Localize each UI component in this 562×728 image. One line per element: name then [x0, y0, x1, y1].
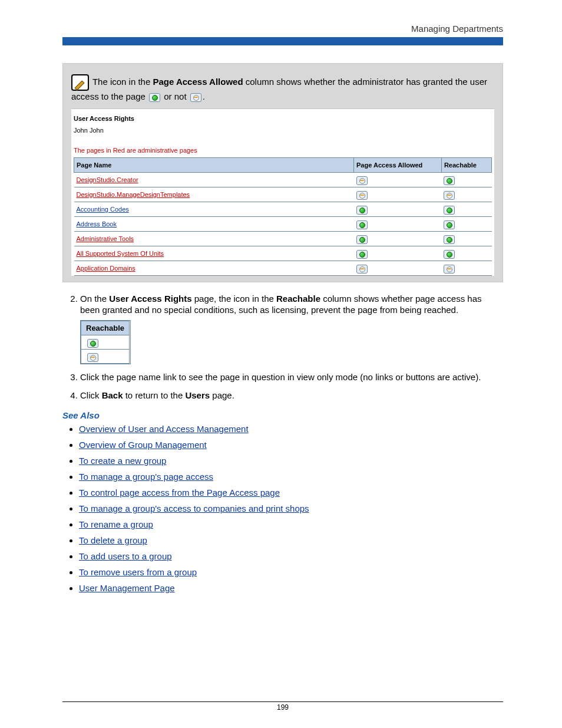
screenshot-user: John John: [74, 124, 492, 136]
s4a: Click: [80, 390, 102, 400]
header-divider: [62, 37, 503, 45]
step-2: On the User Access Rights page, the icon…: [80, 293, 503, 364]
callout-bold-1: Page Access Allowed: [153, 77, 243, 87]
not-allowed-icon: [190, 93, 201, 102]
see-also-link[interactable]: To manage a group's access to companies …: [79, 503, 309, 513]
s2b: User Access Rights: [109, 294, 191, 304]
see-also-item: Overview of User and Access Management: [79, 424, 503, 434]
table-row: DesignStudio.ManageDesignTemplates: [74, 187, 492, 202]
see-also-item: To manage a group's page access: [79, 472, 503, 482]
not-allowed-icon: [356, 191, 368, 200]
reachable-gray-icon: [444, 191, 455, 200]
s2d: Reachable: [276, 294, 320, 304]
screenshot-title: User Access Rights: [74, 113, 492, 124]
page-name-link[interactable]: Administrative Tools: [77, 235, 134, 242]
see-also-link[interactable]: To delete a group: [79, 535, 147, 545]
page-name-link[interactable]: DesignStudio.Creator: [77, 176, 138, 183]
s2c: page, the icon in the: [192, 294, 276, 304]
step-4: Click Back to return to the Users page.: [80, 390, 503, 401]
allowed-icon: [356, 206, 368, 215]
instruction-list: On the User Access Rights page, the icon…: [62, 293, 503, 401]
see-also-link[interactable]: To manage a group's page access: [79, 472, 213, 482]
see-also-item: To remove users from a group: [79, 567, 503, 577]
see-also-item: To control page access from the Page Acc…: [79, 487, 503, 498]
reachable-green-icon: [444, 220, 455, 229]
s4b: Back: [102, 390, 123, 400]
allowed-icon: [356, 250, 368, 259]
reachable-gray-icon: [87, 353, 98, 362]
screenshot-note: The pages in Red are administrative page…: [74, 144, 492, 156]
see-also-list: Overview of User and Access ManagementOv…: [68, 424, 503, 593]
see-also-link[interactable]: User Management Page: [79, 583, 175, 593]
see-also-item: Overview of Group Management: [79, 440, 503, 450]
step-3: Click the page name link to see the page…: [80, 371, 503, 383]
s4e: page.: [210, 390, 234, 400]
col-page-name: Page Name: [74, 158, 354, 173]
callout-box: The icon in the Page Access Allowed colu…: [62, 63, 503, 282]
allowed-icon: [149, 93, 160, 102]
see-also-link[interactable]: To remove users from a group: [79, 567, 197, 577]
see-also-item: To delete a group: [79, 535, 503, 545]
header-title: Managing Departments: [62, 24, 503, 34]
table-row: Application Domains: [74, 261, 492, 276]
callout-end: .: [203, 91, 205, 101]
page-name-link[interactable]: DesignStudio.ManageDesignTemplates: [77, 191, 190, 198]
s4c: to return to the: [123, 390, 186, 400]
not-allowed-icon: [356, 265, 368, 274]
see-also-link[interactable]: To control page access from the Page Acc…: [79, 487, 280, 498]
see-also-link[interactable]: To rename a group: [79, 519, 153, 529]
allowed-icon: [356, 220, 368, 229]
callout-or: or not: [161, 91, 189, 101]
reachable-mini-table: Reachable: [80, 320, 131, 364]
access-table: Page Name Page Access Allowed Reachable …: [74, 157, 492, 276]
callout-text-pre: The icon in the: [92, 77, 153, 87]
see-also-link[interactable]: Overview of Group Management: [79, 440, 207, 450]
see-also-item: To manage a group's access to companies …: [79, 503, 503, 513]
table-row: Accounting Codes: [74, 202, 492, 217]
see-also-item: To create a new group: [79, 456, 503, 466]
reachable-green-icon: [444, 235, 455, 244]
reachable-gray-icon: [444, 265, 455, 274]
reachable-green-icon: [444, 176, 455, 185]
mini-row-green: [81, 335, 130, 350]
s4d: Users: [185, 390, 210, 400]
table-row: Administrative Tools: [74, 232, 492, 246]
page-footer: 199: [62, 701, 503, 711]
user-access-rights-screenshot: User Access Rights John John The pages i…: [71, 108, 494, 276]
page-name-link[interactable]: Address Book: [77, 220, 117, 228]
table-row: Address Book: [74, 217, 492, 232]
page-name-link[interactable]: Accounting Codes: [77, 206, 129, 213]
see-also-item: To add users to a group: [79, 551, 503, 561]
reachable-green-icon: [87, 339, 98, 348]
see-also-link[interactable]: To create a new group: [79, 456, 166, 466]
pencil-icon: [71, 74, 89, 91]
col-reachable: Reachable: [441, 158, 491, 173]
reachable-green-icon: [444, 250, 455, 259]
table-row: All Supported System Of Units: [74, 246, 492, 261]
see-also-link[interactable]: Overview of User and Access Management: [79, 424, 249, 434]
col-access: Page Access Allowed: [354, 158, 442, 173]
mini-header: Reachable: [81, 321, 130, 335]
not-allowed-icon: [356, 176, 368, 185]
table-row: DesignStudio.Creator: [74, 173, 492, 187]
mini-row-gray: [81, 350, 130, 364]
see-also-link[interactable]: To add users to a group: [79, 551, 172, 561]
see-also-item: To rename a group: [79, 519, 503, 529]
s2a: On the: [80, 294, 109, 304]
page-name-link[interactable]: Application Domains: [77, 265, 135, 272]
page-number: 199: [277, 703, 289, 711]
reachable-green-icon: [444, 206, 455, 215]
page-name-link[interactable]: All Supported System Of Units: [77, 250, 164, 257]
see-also-item: User Management Page: [79, 583, 503, 593]
allowed-icon: [356, 235, 368, 244]
see-also-heading: See Also: [62, 410, 503, 420]
